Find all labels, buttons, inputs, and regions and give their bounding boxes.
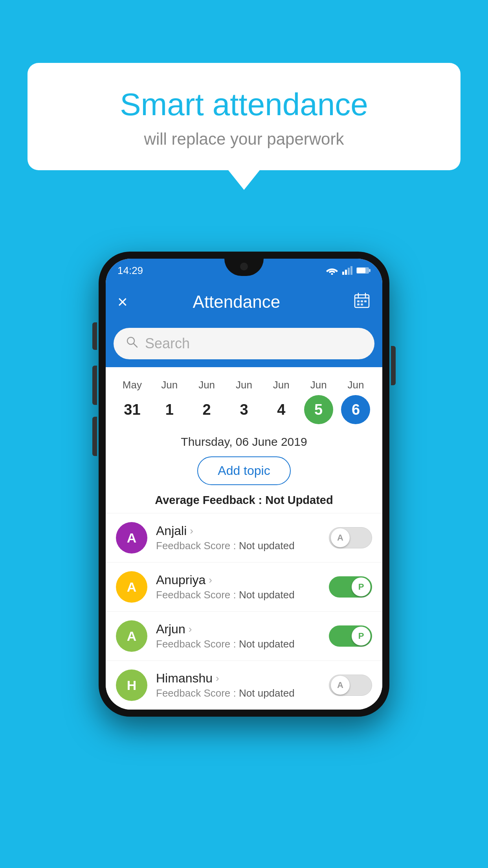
attendance-toggle[interactable]: P	[329, 576, 372, 598]
volume-silent-button	[92, 322, 97, 350]
cal-date-number[interactable]: 1	[155, 395, 184, 424]
toggle-knob: A	[331, 676, 350, 695]
power-button	[391, 346, 396, 385]
student-name: Anupriya ›	[156, 573, 320, 587]
svg-line-18	[134, 344, 137, 347]
bubble-subtitle: will replace your paperwork	[59, 130, 429, 149]
toggle-knob: P	[352, 577, 371, 596]
feedback-score: Feedback Score : Not updated	[156, 589, 320, 601]
chevron-icon: ›	[216, 672, 219, 684]
calendar-day[interactable]: Jun4	[266, 379, 297, 424]
calendar-day[interactable]: Jun5	[303, 379, 334, 424]
speech-bubble-section: Smart attendance will replace your paper…	[28, 63, 460, 190]
avatar: A	[116, 571, 147, 603]
student-info: Arjun ›Feedback Score : Not updated	[156, 622, 320, 650]
chevron-icon: ›	[209, 574, 212, 586]
svg-rect-3	[348, 268, 350, 275]
cal-date-number[interactable]: 2	[192, 395, 221, 424]
calendar-icon[interactable]	[353, 292, 371, 313]
chevron-icon: ›	[190, 525, 193, 537]
front-camera	[240, 263, 248, 270]
student-item[interactable]: AArjun ›Feedback Score : Not updatedP	[106, 611, 382, 660]
cal-month-label: Jun	[236, 379, 252, 391]
add-topic-button[interactable]: Add topic	[197, 456, 290, 485]
student-item[interactable]: AAnupriya ›Feedback Score : Not updatedP	[106, 562, 382, 611]
avatar: A	[116, 522, 147, 554]
close-button[interactable]: ×	[117, 293, 128, 311]
cal-date-number[interactable]: 31	[117, 395, 147, 424]
search-placeholder: Search	[145, 335, 190, 352]
avg-feedback: Average Feedback : Not Updated	[106, 491, 382, 513]
calendar-day[interactable]: Jun2	[191, 379, 222, 424]
phone-wrapper: 14:29	[99, 252, 389, 717]
svg-rect-4	[350, 266, 352, 275]
student-info: Himanshu ›Feedback Score : Not updated	[156, 671, 320, 699]
phone-screen: 14:29	[106, 259, 382, 710]
svg-rect-7	[369, 269, 371, 272]
calendar-strip: May31Jun1Jun2Jun3Jun4Jun5Jun6	[106, 367, 382, 428]
student-list: AAnjali ›Feedback Score : Not updatedAAA…	[106, 513, 382, 710]
calendar-day[interactable]: Jun1	[154, 379, 185, 424]
svg-rect-15	[357, 303, 360, 305]
cal-month-label: Jun	[310, 379, 327, 391]
cal-date-number[interactable]: 5	[304, 395, 333, 424]
battery-icon	[356, 267, 371, 274]
search-bar-wrapper: Search	[106, 322, 382, 367]
avg-feedback-label: Average Feedback :	[155, 494, 265, 506]
student-name: Anjali ›	[156, 524, 320, 538]
toggle-knob: A	[331, 528, 350, 547]
avatar: H	[116, 669, 147, 701]
svg-rect-16	[361, 303, 363, 305]
cal-date-number[interactable]: 3	[229, 395, 259, 424]
phone-frame: 14:29	[99, 252, 389, 717]
selected-date: Thursday, 06 June 2019	[106, 428, 382, 452]
student-name: Arjun ›	[156, 622, 320, 636]
toggle-knob: P	[352, 627, 371, 645]
search-icon	[125, 335, 139, 352]
calendar-day[interactable]: Jun3	[228, 379, 260, 424]
calendar-day[interactable]: Jun6	[340, 379, 371, 424]
signal-icon	[342, 266, 352, 275]
speech-bubble: Smart attendance will replace your paper…	[28, 63, 460, 170]
student-item[interactable]: AAnjali ›Feedback Score : Not updatedA	[106, 513, 382, 562]
svg-rect-6	[357, 268, 365, 273]
svg-rect-1	[342, 272, 344, 275]
cal-month-label: Jun	[273, 379, 290, 391]
wifi-icon	[326, 266, 338, 275]
avatar: A	[116, 620, 147, 652]
cal-month-label: Jun	[161, 379, 178, 391]
feedback-score: Feedback Score : Not updated	[156, 687, 320, 699]
cal-date-number[interactable]: 4	[267, 395, 296, 424]
student-info: Anjali ›Feedback Score : Not updated	[156, 524, 320, 552]
student-info: Anupriya ›Feedback Score : Not updated	[156, 573, 320, 601]
svg-point-0	[331, 273, 333, 275]
app-title: Attendance	[128, 292, 345, 312]
search-svg	[125, 335, 139, 349]
cal-month-label: May	[123, 379, 142, 391]
calendar-day[interactable]: May31	[116, 379, 148, 424]
feedback-score: Feedback Score : Not updated	[156, 540, 320, 552]
bubble-tail	[228, 170, 260, 190]
feedback-score: Feedback Score : Not updated	[156, 638, 320, 650]
add-topic-wrapper: Add topic	[106, 452, 382, 491]
volume-down-button	[92, 417, 97, 456]
svg-rect-13	[361, 300, 363, 302]
cal-month-label: Jun	[198, 379, 215, 391]
student-name: Himanshu ›	[156, 671, 320, 686]
cal-date-number[interactable]: 6	[341, 395, 370, 424]
attendance-toggle[interactable]: A	[329, 675, 372, 696]
cal-month-label: Jun	[348, 379, 364, 391]
attendance-toggle[interactable]: P	[329, 625, 372, 647]
chevron-icon: ›	[189, 623, 192, 635]
attendance-toggle[interactable]: A	[329, 527, 372, 548]
volume-up-button	[92, 366, 97, 405]
status-time: 14:29	[117, 265, 143, 277]
app-bar: × Attendance	[106, 282, 382, 322]
search-bar[interactable]: Search	[114, 328, 374, 359]
avg-feedback-value: Not Updated	[265, 494, 333, 506]
bubble-title: Smart attendance	[59, 86, 429, 123]
status-icons	[326, 266, 371, 275]
svg-rect-2	[345, 270, 347, 275]
student-item[interactable]: HHimanshu ›Feedback Score : Not updatedA	[106, 660, 382, 710]
svg-rect-12	[357, 300, 360, 302]
